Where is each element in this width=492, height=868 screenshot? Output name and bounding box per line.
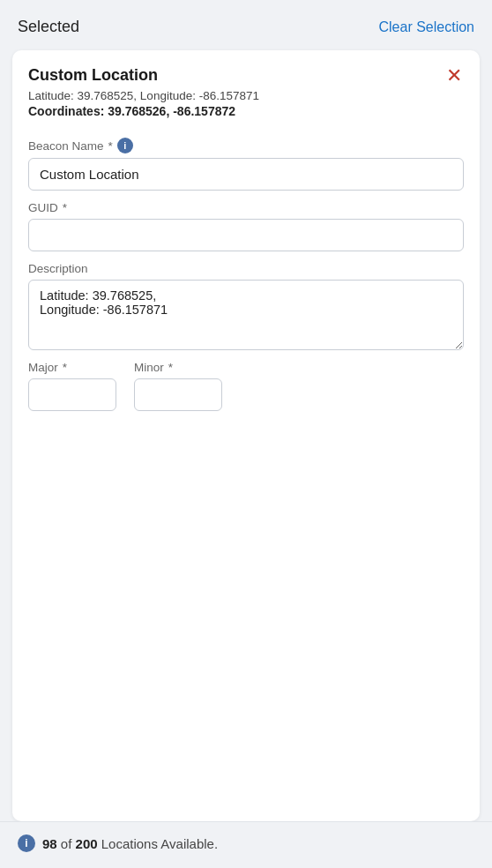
beacon-name-input[interactable] <box>28 158 464 191</box>
card-header: Custom Location ✕ <box>28 66 464 86</box>
major-label: Major * <box>28 361 116 374</box>
page-title: Selected <box>18 18 79 36</box>
footer-suffix: Locations Available. <box>101 836 218 851</box>
available-count: 98 <box>42 836 57 851</box>
minor-input[interactable] <box>134 378 222 411</box>
total-count: 200 <box>76 836 98 851</box>
major-minor-row: Major * Minor * <box>28 350 464 411</box>
major-field: Major * <box>28 350 116 411</box>
card-spacer <box>28 411 464 804</box>
guid-input[interactable] <box>28 219 464 251</box>
description-label: Description <box>28 262 464 275</box>
close-icon: ✕ <box>446 64 462 86</box>
clear-selection-button[interactable]: Clear Selection <box>379 19 475 35</box>
minor-label: Minor * <box>134 361 222 374</box>
minor-field: Minor * <box>134 350 222 411</box>
beacon-name-label: Beacon Name * i <box>28 138 464 153</box>
location-card: Custom Location ✕ Latitude: 39.768525, L… <box>12 50 480 821</box>
lat-long-text: Latitude: 39.768525, Longitude: -86.1578… <box>28 89 464 102</box>
major-required: * <box>63 361 67 374</box>
major-input[interactable] <box>28 378 116 411</box>
beacon-name-info-icon[interactable]: i <box>117 138 133 153</box>
minor-required: * <box>168 361 173 374</box>
close-button[interactable]: ✕ <box>444 66 464 86</box>
footer-info-icon: i <box>18 834 35 852</box>
guid-required: * <box>63 201 67 214</box>
beacon-name-required: * <box>108 139 113 153</box>
footer: i 98 of 200 Locations Available. <box>0 821 492 868</box>
coordinates-bold: Coordinates: 39.768526, -86.157872 <box>28 104 464 118</box>
description-input[interactable] <box>28 280 464 350</box>
footer-text: 98 of 200 Locations Available. <box>42 836 218 851</box>
page-header: Selected Clear Selection <box>0 0 492 50</box>
card-title: Custom Location <box>28 66 158 85</box>
guid-label: GUID * <box>28 201 464 214</box>
